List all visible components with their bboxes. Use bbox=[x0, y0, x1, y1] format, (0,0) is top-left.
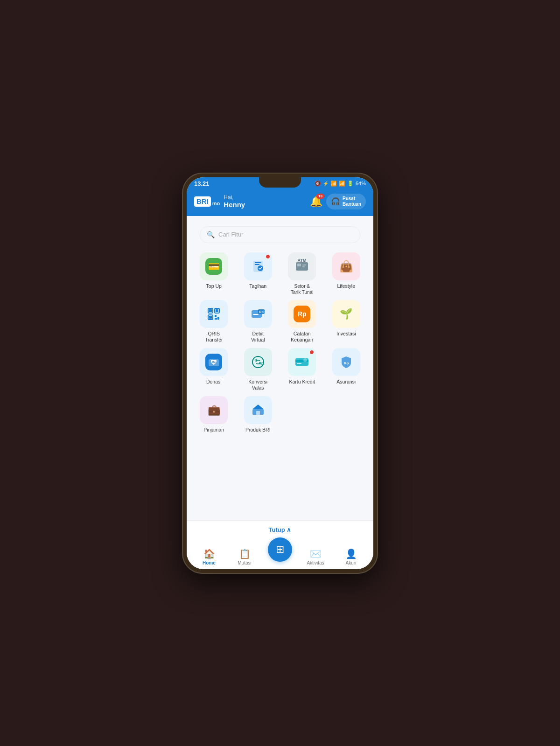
top-up-label: Top Up bbox=[206, 283, 222, 290]
battery-percent: 64% bbox=[356, 181, 366, 186]
header-right: 🔔 19 🎧 PusatBantuan bbox=[310, 194, 366, 209]
svg-rect-17 bbox=[215, 318, 217, 320]
menu-item-produk-bri[interactable]: Produk BRI bbox=[238, 396, 279, 433]
tagihan-red-dot bbox=[266, 254, 270, 259]
menu-item-lifestyle[interactable]: 👜 Lifestyle bbox=[326, 252, 367, 295]
investasi-label: Investasi bbox=[336, 331, 356, 337]
kartu-red-dot bbox=[309, 350, 314, 355]
menu-item-debit-virtual[interactable]: Rp DebitVirtual bbox=[238, 300, 279, 343]
menu-section: 💳 Top Up bbox=[187, 250, 373, 520]
menu-item-setor-tarik[interactable]: ATM Setor &Tarik Tunai bbox=[281, 252, 323, 295]
status-time: 13.21 bbox=[194, 180, 210, 187]
svg-rect-10 bbox=[209, 309, 212, 312]
pusat-bantuan-button[interactable]: 🎧 PusatBantuan bbox=[326, 194, 366, 209]
konversi-label: KonversiValas bbox=[248, 379, 267, 391]
asuransi-icon-wrap: Rp bbox=[332, 348, 360, 376]
tagihan-icon bbox=[250, 258, 266, 275]
menu-item-kartu-kredit[interactable]: Kartu Kredit bbox=[281, 348, 323, 391]
nav-aktivitas[interactable]: ✉️ Aktivitas bbox=[298, 548, 333, 565]
tutup-button[interactable]: Tutup ∧ bbox=[269, 526, 292, 533]
donasi-icon: Rp bbox=[205, 354, 222, 370]
bluetooth-icon: ⚡ bbox=[323, 181, 329, 186]
pinjaman-label: Pinjaman bbox=[203, 427, 224, 433]
logo-mo: mo bbox=[212, 201, 220, 206]
nav-home[interactable]: 🏠 Home bbox=[191, 548, 227, 565]
wifi-icon: 📶 bbox=[330, 181, 337, 187]
nav-home-label: Home bbox=[203, 560, 216, 565]
headset-icon: 🎧 bbox=[331, 197, 340, 206]
lifestyle-icon: 👜 bbox=[338, 258, 355, 275]
greeting-name: Henny bbox=[224, 201, 245, 209]
svg-rect-6 bbox=[302, 265, 306, 265]
donasi-label: Donasi bbox=[206, 379, 222, 385]
konversi-icon-wrap: $ Rp bbox=[244, 348, 272, 376]
svg-rect-12 bbox=[216, 309, 218, 312]
top-up-icon: 💳 bbox=[205, 258, 222, 275]
header-greeting: Hai, Henny bbox=[224, 194, 245, 209]
search-bar[interactable]: 🔍 Cari Fitur bbox=[200, 226, 360, 243]
debit-icon: Rp bbox=[250, 306, 266, 322]
kartu-icon bbox=[294, 354, 310, 370]
search-icon: 🔍 bbox=[207, 231, 215, 238]
svg-rect-14 bbox=[209, 316, 212, 319]
setor-icon-wrap: ATM bbox=[288, 252, 316, 280]
signal-icon: 📶 bbox=[339, 181, 345, 187]
aktivitas-icon: ✉️ bbox=[310, 548, 322, 559]
battery-icon: 🔋 bbox=[347, 181, 354, 187]
nav-qr[interactable]: ⊞ bbox=[262, 537, 298, 565]
nav-akun[interactable]: 👤 Akun bbox=[333, 548, 369, 565]
nav-bar: 🏠 Home 📋 Mutasi ⊞ ✉️ Aktivitas bbox=[187, 537, 373, 565]
menu-item-catatan[interactable]: Rp CatatanKeuangan bbox=[281, 300, 323, 343]
app-header: BRI mo Hai, Henny 🔔 19 🎧 PusatBantuan bbox=[187, 189, 373, 216]
svg-rect-4 bbox=[296, 262, 308, 271]
svg-rect-34 bbox=[256, 411, 260, 415]
notification-button[interactable]: 🔔 19 bbox=[310, 195, 322, 208]
svg-rect-15 bbox=[215, 315, 217, 317]
svg-rect-7 bbox=[302, 266, 305, 267]
qris-label: QRISTransfer bbox=[205, 331, 223, 343]
status-icons: 🔇 ⚡ 📶 📶 🔋 64% bbox=[315, 181, 366, 187]
nav-mutasi-label: Mutasi bbox=[238, 560, 251, 565]
menu-item-donasi[interactable]: Rp Donasi bbox=[193, 348, 235, 391]
bottom-bar: Tutup ∧ 🏠 Home 📋 Mutasi ⊞ bbox=[187, 520, 373, 569]
menu-item-qris[interactable]: QRISTransfer bbox=[193, 300, 235, 343]
nav-akun-label: Akun bbox=[346, 560, 357, 565]
phone-frame: 13.21 🔇 ⚡ 📶 📶 🔋 64% BRI mo Hai, Henny bbox=[182, 173, 378, 574]
qris-icon-wrap bbox=[200, 300, 228, 328]
nav-mutasi[interactable]: 📋 Mutasi bbox=[227, 548, 262, 565]
menu-item-top-up[interactable]: 💳 Top Up bbox=[193, 252, 235, 295]
svg-rect-2 bbox=[255, 264, 259, 265]
search-placeholder-text: Cari Fitur bbox=[218, 231, 243, 238]
notification-badge: 19 bbox=[316, 194, 324, 199]
kartu-icon-wrap bbox=[288, 348, 316, 376]
brimo-logo: BRI mo bbox=[194, 196, 220, 207]
produk-label: Produk BRI bbox=[245, 427, 271, 433]
investasi-icon-wrap: 🌱 bbox=[332, 300, 360, 328]
pinjaman-icon-wrap: 💼 bbox=[200, 396, 228, 424]
kartu-label: Kartu Kredit bbox=[289, 379, 315, 385]
svg-rect-16 bbox=[217, 317, 219, 320]
svg-text:Rp: Rp bbox=[212, 361, 216, 363]
debit-icon-wrap: Rp bbox=[244, 300, 272, 328]
pinjaman-icon: 💼 bbox=[205, 402, 222, 418]
donasi-icon-wrap: Rp bbox=[200, 348, 228, 376]
tutup-row: Tutup ∧ bbox=[187, 523, 373, 537]
tagihan-icon-wrap bbox=[244, 252, 272, 280]
menu-item-tagihan[interactable]: Tagihan bbox=[238, 252, 279, 295]
debit-label: DebitVirtual bbox=[251, 331, 265, 343]
menu-item-asuransi[interactable]: Rp Asuransi bbox=[326, 348, 367, 391]
produk-icon bbox=[250, 402, 266, 418]
qr-button[interactable]: ⊞ bbox=[268, 537, 292, 562]
menu-item-investasi[interactable]: 🌱 Investasi bbox=[326, 300, 367, 343]
menu-item-pinjaman[interactable]: 💼 Pinjaman bbox=[193, 396, 235, 433]
produk-icon-wrap bbox=[244, 396, 272, 424]
svg-text:Rp: Rp bbox=[343, 361, 349, 365]
notch bbox=[259, 177, 301, 188]
svg-rect-5 bbox=[297, 264, 301, 266]
phone-screen: 13.21 🔇 ⚡ 📶 📶 🔋 64% BRI mo Hai, Henny bbox=[187, 177, 373, 569]
menu-item-konversi[interactable]: $ Rp KonversiValas bbox=[238, 348, 279, 391]
lifestyle-icon-wrap: 👜 bbox=[332, 252, 360, 280]
svg-point-30 bbox=[303, 358, 307, 362]
catatan-icon-wrap: Rp bbox=[288, 300, 316, 328]
menu-grid: 💳 Top Up bbox=[193, 252, 367, 433]
